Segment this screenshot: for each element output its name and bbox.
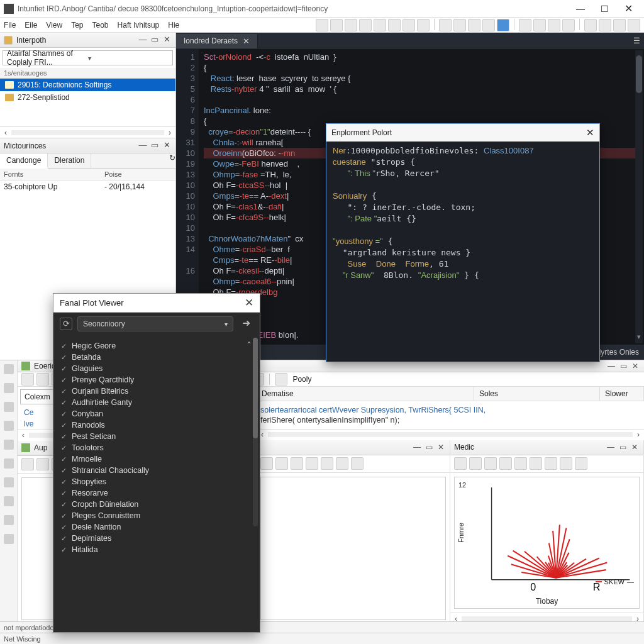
- fviewer-item[interactable]: ✓Cropch Düinelation: [61, 499, 252, 510]
- go-icon[interactable]: ➜: [238, 317, 253, 331]
- panel-minimize-icon[interactable]: —: [138, 141, 148, 151]
- toolbar-icon[interactable]: [374, 19, 386, 31]
- grid-row[interactable]: 35-cohiptore Up - 20/|16,144: [0, 180, 175, 193]
- fviewer-header[interactable]: Fanai Plot Viewer ✕: [53, 294, 260, 313]
- toolbar-icon[interactable]: [454, 457, 467, 470]
- hscroll[interactable]: ‹›: [257, 429, 644, 440]
- fviewer-item[interactable]: ✓Conyban: [61, 408, 252, 419]
- scroll-track[interactable]: [11, 130, 164, 135]
- panel-close-icon[interactable]: ✕: [162, 141, 172, 151]
- toolbar-icon[interactable]: [484, 457, 497, 470]
- toolbar-icon[interactable]: [469, 457, 482, 470]
- panel-minimize-icon[interactable]: —: [606, 362, 616, 370]
- fviewer-scroll[interactable]: [253, 338, 258, 526]
- refresh-icon[interactable]: ⟳: [60, 318, 72, 330]
- fviewer-item[interactable]: ✓Pest Setican: [61, 431, 252, 442]
- toolbar-icon[interactable]: [36, 373, 49, 386]
- panel-restore-icon[interactable]: ▭: [150, 141, 160, 151]
- toolbar-icon[interactable]: [351, 457, 364, 470]
- toolbar-icon[interactable]: [514, 457, 527, 470]
- toolbar-icon[interactable]: [468, 19, 480, 31]
- toolbar-icon[interactable]: [388, 19, 401, 31]
- toolbar-icon[interactable]: [560, 457, 572, 470]
- editor-tab[interactable]: Iondred Deraets✕: [176, 34, 258, 48]
- side-icon[interactable]: [4, 534, 14, 544]
- fviewer-search-input[interactable]: Seoncnioory▾: [77, 316, 233, 331]
- toolbar-icon[interactable]: [345, 19, 357, 31]
- popup-header[interactable]: Enplorment Polort ✕: [326, 124, 599, 142]
- minimize-button[interactable]: —: [569, 0, 592, 17]
- project-combo[interactable]: Atairfal Shamnes of Coplaly FRI... ▾: [3, 50, 173, 65]
- scroll-left-icon[interactable]: ‹: [18, 431, 29, 440]
- toolbar-icon[interactable]: [316, 19, 328, 31]
- fviewer-close-icon[interactable]: ✕: [245, 296, 253, 309]
- panel-restore-icon[interactable]: ▭: [424, 443, 434, 452]
- toolbar-icon[interactable]: [21, 458, 34, 470]
- fviewer-item[interactable]: ✓Prenye Qarcthidly: [61, 374, 252, 386]
- toolbar-icon[interactable]: [530, 457, 542, 470]
- menu-teob[interactable]: Teob: [92, 21, 109, 30]
- fviewer-item[interactable]: ✓Resorarve: [61, 487, 252, 499]
- tree-hscroll[interactable]: ‹›: [0, 126, 175, 138]
- panel-close-icon[interactable]: ✕: [630, 362, 640, 370]
- toolbar-icon[interactable]: [499, 457, 512, 470]
- fviewer-item[interactable]: ✓Audhirtiele Ganty: [61, 397, 252, 408]
- popup-close-icon[interactable]: ✕: [586, 127, 594, 138]
- toolbar-icon[interactable]: [260, 457, 273, 470]
- panel-restore-icon[interactable]: ▭: [618, 362, 628, 370]
- toolbar-icon[interactable]: [417, 19, 430, 31]
- fviewer-item[interactable]: ✓Ourjanii Bltelrics: [61, 386, 252, 397]
- col[interactable]: Dematise: [257, 387, 474, 401]
- toolbar-icon[interactable]: [439, 19, 452, 31]
- panel-restore-icon[interactable]: ▭: [618, 443, 628, 452]
- toolbar-icon[interactable]: [275, 373, 287, 386]
- scroll-right-icon[interactable]: ›: [633, 430, 644, 439]
- toolbar-icon[interactable]: [599, 19, 611, 31]
- toolbar-icon[interactable]: [306, 457, 318, 470]
- toolbar-icon[interactable]: [497, 19, 509, 31]
- side-icon[interactable]: [4, 496, 14, 506]
- toolbar-icon[interactable]: [548, 19, 560, 31]
- refresh-icon[interactable]: ↻: [169, 153, 175, 168]
- tab-candonge[interactable]: Candonge: [0, 153, 48, 169]
- fviewer-item[interactable]: ✓Glaguies: [61, 363, 252, 374]
- toolbar-icon[interactable]: [359, 19, 372, 31]
- side-icon[interactable]: [4, 477, 14, 487]
- fviewer-item[interactable]: ✓Toolotors: [61, 442, 252, 453]
- collapse-icon[interactable]: ⌃: [246, 340, 252, 349]
- side-icon[interactable]: [4, 515, 14, 525]
- side-icon[interactable]: [4, 440, 14, 450]
- fviewer-item[interactable]: ✓Pleges Conruisttem: [61, 510, 252, 521]
- toolbar-icon[interactable]: [482, 19, 495, 31]
- panel-minimize-icon[interactable]: —: [412, 443, 422, 452]
- tree-item[interactable]: 272-Senplistiod: [0, 91, 175, 104]
- toolbar-icon[interactable]: [628, 19, 640, 31]
- side-icon[interactable]: [4, 383, 14, 393]
- col[interactable]: Soles: [474, 387, 600, 401]
- toolbar-icon[interactable]: [584, 19, 597, 31]
- close-button[interactable]: ✕: [616, 0, 640, 17]
- toolbar-icon[interactable]: [36, 458, 49, 470]
- side-icon[interactable]: [4, 402, 14, 412]
- toolbar-icon[interactable]: [291, 457, 303, 470]
- fviewer-item[interactable]: ✓Desle Nantion: [61, 521, 252, 533]
- toolbar-icon[interactable]: [275, 457, 288, 470]
- scroll-thumb[interactable]: [636, 55, 642, 93]
- toolbar-icon[interactable]: [330, 19, 343, 31]
- scroll-left-icon[interactable]: ‹: [0, 128, 11, 137]
- editor-vscroll[interactable]: ▾: [635, 50, 643, 343]
- toolbar-icon[interactable]: [453, 19, 466, 31]
- toolbar-icon[interactable]: [613, 19, 626, 31]
- scroll-track[interactable]: [462, 616, 632, 621]
- fviewer-item[interactable]: ✓Mrnoelle: [61, 453, 252, 465]
- fviewer-item[interactable]: ✓Betahda: [61, 352, 252, 363]
- panel-minimize-icon[interactable]: —: [606, 443, 616, 452]
- scroll-thumb[interactable]: [253, 338, 258, 438]
- toolbar-icon[interactable]: [336, 457, 348, 470]
- side-icon[interactable]: [4, 421, 14, 431]
- panel-restore-icon[interactable]: ▭: [150, 35, 160, 45]
- fviewer-item[interactable]: ✓Depirniates: [61, 533, 252, 544]
- fviewer-item[interactable]: ✓Shopyties: [61, 476, 252, 487]
- fviewer-item[interactable]: ✓Ranodols: [61, 419, 252, 431]
- toolbar-icon[interactable]: [545, 457, 557, 470]
